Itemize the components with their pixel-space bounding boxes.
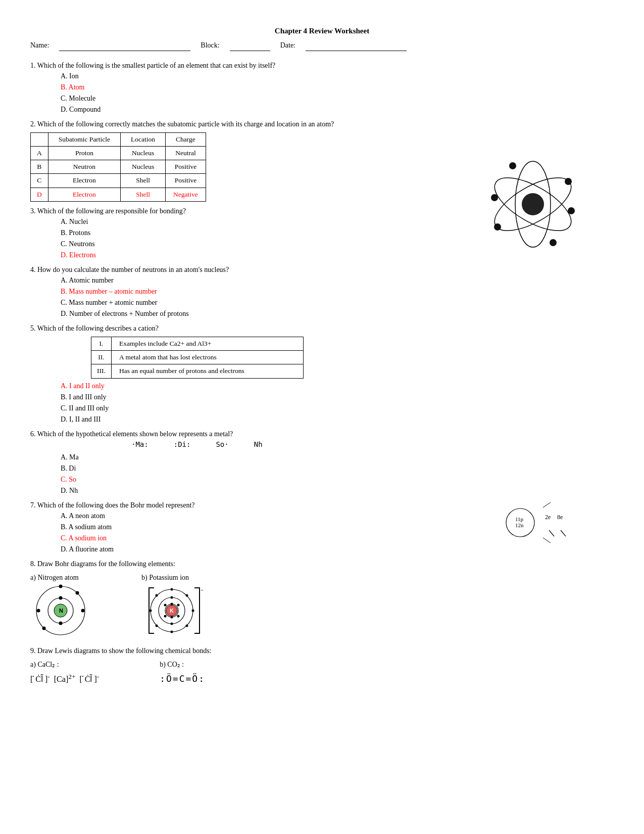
svg-point-48	[156, 594, 158, 596]
date-label: Date:	[280, 40, 295, 51]
svg-point-36	[171, 603, 173, 605]
svg-point-23	[59, 596, 63, 599]
svg-point-37	[171, 616, 173, 618]
table-row-d: DElectronShellNegative	[31, 188, 206, 201]
svg-line-13	[543, 502, 551, 507]
svg-point-50	[156, 624, 158, 627]
q2-table: Subatomic Particle Location Charge AProt…	[30, 132, 206, 202]
table-row: CElectronShellPositive	[31, 174, 206, 188]
svg-point-41	[177, 604, 180, 606]
atom-diagram	[482, 154, 583, 255]
svg-point-9	[494, 223, 501, 230]
q5-options: A. I and II only B. I and III only C. II…	[61, 381, 614, 425]
svg-line-18	[561, 530, 566, 536]
svg-point-40	[164, 615, 167, 617]
table-row: AProtonNucleusNeutral	[31, 146, 206, 160]
svg-point-44	[171, 588, 173, 590]
q9b: b) CO₂ : :Ö=C=Ö:	[160, 659, 205, 685]
svg-point-43	[177, 615, 180, 617]
svg-line-17	[549, 530, 554, 536]
svg-point-27	[37, 609, 40, 612]
svg-point-42	[164, 604, 167, 606]
question-7: 7. Which of the following does the Bohr …	[30, 500, 614, 554]
table-row: II. A metal atom that has lost electrons	[91, 351, 304, 364]
bohr-model-diagram: 11p 12n 2e 8e	[492, 500, 573, 548]
cacl2-lewis-formula: [ ̇Ċl̃ ]- [Ca]2+ [ ̇Ċl̃ ]-	[30, 672, 99, 685]
svg-point-8	[565, 178, 572, 185]
svg-point-25	[59, 584, 63, 588]
co2-lewis: :Ö=C=Ö:	[160, 672, 205, 685]
dot-elements: ·Ma::Di:So·Nh	[131, 439, 614, 450]
cation-table-wrapper: I. Examples include Ca2+ and Al3+ II. A …	[30, 337, 614, 379]
question-1: 1. Which of the following is the smalles…	[30, 60, 614, 115]
q1-options: A. Ion B. Atom C. Molecule D. Compound	[61, 71, 614, 115]
svg-text:12n: 12n	[515, 522, 524, 528]
svg-point-46	[150, 609, 152, 612]
worksheet-content: 1. Which of the following is the smalles…	[30, 60, 614, 685]
svg-point-39	[171, 622, 173, 625]
question-4: 4. How do you calculate the number of ne…	[30, 264, 614, 319]
question-9: 9. Draw Lewis diagrams to show the follo…	[30, 645, 614, 685]
question-5: 5. Which of the following describes a ca…	[30, 323, 614, 425]
page-title: Chapter 4 Review Worksheet	[30, 25, 614, 37]
svg-text:N: N	[59, 608, 63, 614]
question-6: 6. Which of the hypothetical elements sh…	[30, 429, 614, 496]
name-label: Name:	[30, 40, 49, 51]
svg-point-5	[568, 207, 575, 214]
q8b: b) Potassium ion -	[141, 572, 212, 641]
svg-text:-: -	[201, 586, 203, 593]
table-row: III. Has an equal number of protons and …	[91, 364, 304, 378]
svg-text:2e: 2e	[545, 514, 551, 521]
question-8: 8. Draw Bohr diagrams for the following …	[30, 559, 614, 641]
svg-point-28	[76, 591, 79, 594]
q6-options: A. Ma B. Di C. So D. Nh	[61, 452, 614, 496]
svg-point-45	[171, 630, 173, 633]
svg-point-51	[186, 594, 188, 596]
svg-point-29	[42, 626, 46, 630]
table-row: I. Examples include Ca2+ and Al3+	[91, 337, 304, 350]
q9a: a) CaCl₂ : [ ̇Ċl̃ ]- [Ca]2+ [ ̇Ċl̃ ]-	[30, 659, 99, 685]
q8a: a) Nitrogen atom N	[30, 572, 91, 641]
svg-point-4	[491, 194, 498, 201]
potassium-diagram: - K	[141, 583, 212, 638]
block-label: Block:	[201, 40, 219, 51]
header-line: Name: Block: Date:	[30, 40, 614, 51]
svg-point-7	[550, 239, 557, 246]
svg-point-24	[59, 621, 63, 625]
q8-drawings: a) Nitrogen atom N	[30, 572, 614, 641]
q9-drawings: a) CaCl₂ : [ ̇Ċl̃ ]- [Ca]2+ [ ̇Ċl̃ ]- …	[30, 659, 614, 685]
svg-point-26	[81, 609, 85, 612]
table-row: BNeutronNucleusPositive	[31, 160, 206, 174]
svg-point-38	[171, 596, 173, 598]
svg-text:11p: 11p	[515, 516, 524, 522]
svg-text:K: K	[170, 608, 174, 614]
cation-table: I. Examples include Ca2+ and Al3+ II. A …	[91, 337, 304, 379]
svg-point-6	[509, 162, 516, 169]
svg-point-47	[192, 609, 194, 612]
svg-point-49	[186, 624, 188, 627]
svg-line-14	[543, 538, 551, 543]
svg-point-0	[522, 193, 544, 215]
q4-options: A. Atomic number B. Mass number – atomic…	[61, 275, 614, 319]
nitrogen-diagram: N	[30, 583, 91, 638]
svg-text:8e: 8e	[557, 514, 563, 521]
